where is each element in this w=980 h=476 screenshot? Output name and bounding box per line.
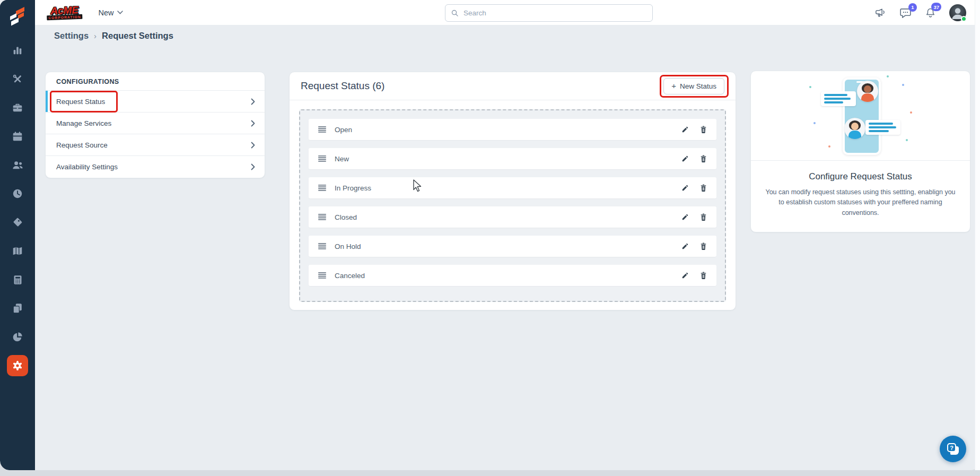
drag-handle-icon[interactable]: [318, 185, 326, 191]
sidebar-item-home[interactable]: [0, 0, 35, 33]
info-panel-title: Configure Request Status: [765, 171, 956, 182]
drag-handle-icon[interactable]: [318, 272, 326, 279]
bar-chart-icon: [12, 45, 23, 56]
sidebar: [0, 0, 35, 470]
new-menu-label: New: [98, 8, 113, 17]
edit-icon[interactable]: [681, 126, 689, 133]
config-item-manage-services[interactable]: Manage Services: [46, 112, 265, 134]
info-panel-description: You can modify request statuses using th…: [765, 187, 956, 218]
tools-icon: [12, 73, 23, 85]
edit-icon[interactable]: [681, 184, 689, 192]
screen: AcME CORPORATION New 1: [0, 0, 980, 476]
row-actions: [681, 126, 707, 133]
status-label: Open: [335, 126, 681, 134]
delete-icon[interactable]: [700, 213, 707, 221]
sidebar-item-map[interactable]: [7, 240, 28, 262]
chat-bubble-left: [821, 91, 856, 106]
page-scrollbar[interactable]: [975, 0, 980, 470]
announcements-button[interactable]: [874, 7, 886, 18]
status-label: New: [335, 155, 681, 163]
configurations-title: CONFIGURATIONS: [46, 72, 265, 91]
info-panel: Configure Request Status You can modify …: [750, 71, 970, 232]
chat-badge: 1: [908, 3, 917, 12]
config-item-request-source[interactable]: Request Source: [46, 134, 265, 156]
config-item-label: Availability Settings: [56, 163, 118, 171]
sidebar-item-dashboard[interactable]: [7, 40, 28, 61]
status-row-open[interactable]: Open: [309, 119, 716, 140]
sidebar-item-estimates[interactable]: [7, 269, 28, 290]
delete-icon[interactable]: [700, 155, 707, 162]
users-icon: [12, 159, 24, 171]
info-panel-text: Configure Request Status You can modify …: [751, 161, 970, 218]
new-menu-button[interactable]: New: [98, 8, 123, 17]
tag-icon: [12, 217, 23, 228]
edit-icon[interactable]: [681, 243, 689, 250]
map-icon: [12, 245, 23, 257]
calculator-icon: [12, 274, 23, 285]
online-status-dot: [961, 16, 967, 22]
drag-handle-icon[interactable]: [318, 126, 326, 133]
notifications-button[interactable]: 37: [925, 7, 936, 19]
sidebar-item-pricing[interactable]: [7, 212, 28, 233]
request-status-header: Request Status (6) + New Status: [290, 72, 736, 100]
sidebar-item-reports[interactable]: [7, 326, 28, 348]
delete-icon[interactable]: [700, 272, 707, 279]
notifications-badge: 37: [931, 3, 941, 11]
status-row-closed[interactable]: Closed: [309, 206, 716, 228]
config-item-request-status[interactable]: Request Status: [46, 91, 265, 112]
topbar: AcME CORPORATION New 1: [35, 0, 980, 25]
status-list-dropzone: Open New In Progress: [299, 109, 726, 302]
topbar-actions: 1 37: [874, 0, 966, 25]
user-avatar[interactable]: [949, 4, 966, 21]
config-item-availability-settings[interactable]: Availability Settings: [46, 156, 265, 178]
status-row-on-hold[interactable]: On Hold: [309, 236, 716, 257]
chat-button[interactable]: 1: [899, 7, 912, 19]
sidebar-item-jobs[interactable]: [7, 97, 28, 118]
global-search: [445, 4, 653, 22]
row-actions: [681, 272, 707, 279]
drag-handle-icon[interactable]: [318, 214, 326, 220]
clock-icon: [12, 188, 23, 200]
breadcrumb-settings-link[interactable]: Settings: [54, 31, 89, 41]
config-item-label: Request Source: [56, 141, 108, 149]
zuper-logo-icon: [9, 8, 26, 25]
sidebar-item-timesheets[interactable]: [7, 183, 28, 204]
drag-handle-icon[interactable]: [318, 243, 326, 249]
edit-icon[interactable]: [681, 272, 689, 279]
sidebar-item-calendar[interactable]: [7, 126, 28, 147]
new-status-button[interactable]: + New Status: [663, 78, 724, 94]
help-icon: ?: [947, 443, 959, 455]
company-logo[interactable]: AcME CORPORATION: [47, 5, 83, 20]
breadcrumb: Settings › Request Settings: [54, 31, 173, 41]
edit-icon[interactable]: [681, 155, 689, 162]
breadcrumb-current-page: Request Settings: [102, 31, 173, 41]
configure-status-illustration: [751, 71, 970, 161]
new-status-button-label: New Status: [680, 82, 716, 90]
pie-chart-icon: [12, 331, 23, 343]
status-row-in-progress[interactable]: In Progress: [309, 177, 716, 198]
edit-icon[interactable]: [681, 213, 689, 221]
company-logo-text: AcME: [47, 5, 83, 15]
sidebar-item-customers[interactable]: [7, 154, 28, 176]
status-row-new[interactable]: New: [309, 148, 716, 169]
status-label: Canceled: [335, 272, 681, 280]
plus-icon: +: [671, 83, 676, 89]
help-button[interactable]: ?: [940, 436, 966, 462]
delete-icon[interactable]: [700, 126, 707, 133]
request-status-panel: Request Status (6) + New Status Open: [289, 72, 736, 310]
sidebar-item-tools[interactable]: [7, 68, 28, 90]
search-icon: [451, 9, 459, 17]
search-input[interactable]: [463, 9, 647, 17]
status-row-canceled[interactable]: Canceled: [309, 265, 716, 286]
chevron-right-icon: [251, 142, 255, 149]
chat-bubble-right: [865, 120, 900, 135]
delete-icon[interactable]: [700, 243, 707, 250]
delete-icon[interactable]: [700, 184, 707, 192]
sidebar-item-settings[interactable]: [7, 355, 28, 376]
sidebar-item-documents[interactable]: [7, 298, 28, 319]
chevron-right-icon: [251, 98, 255, 105]
breadcrumb-separator: ›: [94, 31, 97, 40]
drag-handle-icon[interactable]: [318, 155, 326, 162]
avatar-illustration-bottom: [844, 118, 865, 139]
row-actions: [681, 243, 707, 250]
